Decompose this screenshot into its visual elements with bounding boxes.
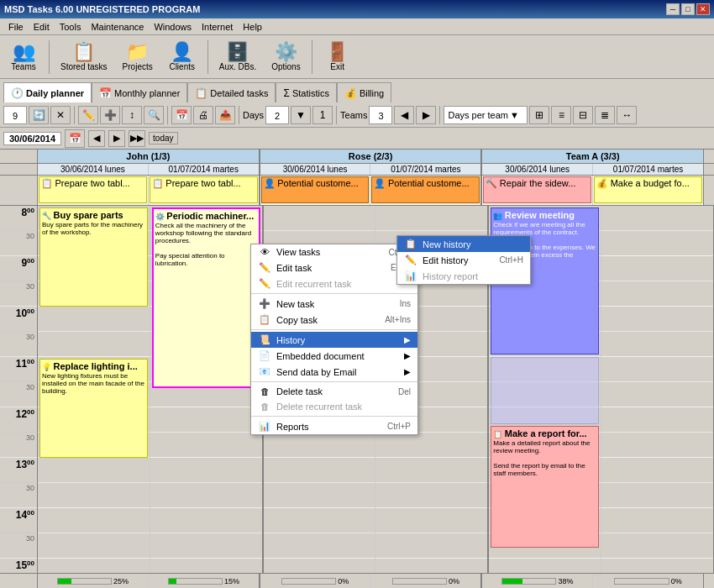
view-mode-dropdown[interactable]: Days per team ▼ xyxy=(444,106,528,124)
nav-prev[interactable]: ◀ xyxy=(88,130,105,147)
menu-help[interactable]: Help xyxy=(238,21,267,33)
close-button[interactable]: ✕ xyxy=(696,3,710,15)
tab-detailed-tasks-label: Detailed tasks xyxy=(210,88,268,98)
tab-statistics[interactable]: Σ Statistics xyxy=(276,82,336,102)
tab-monthly-planner[interactable]: 📅 Monthly planner xyxy=(92,82,187,102)
ctx-delete-task[interactable]: 🗑 Delete task Del xyxy=(251,384,417,399)
task-periodic-machinery[interactable]: ⚙️ Periodic machiner... Check all the ma… xyxy=(152,207,260,388)
toolbar-stored-tasks[interactable]: 📋 Stored tasks xyxy=(55,40,113,74)
ctx-sep-4 xyxy=(251,416,417,417)
tb2-btn-opt1[interactable]: ⊞ xyxy=(529,106,549,124)
tb2-btn-refresh[interactable]: 🔄 xyxy=(29,106,49,124)
tb2-btn-days-down[interactable]: ▼ xyxy=(291,106,311,124)
ctx-copy-task[interactable]: 📋 Copy task Alt+Ins xyxy=(251,312,417,328)
tb2-btn-opt3[interactable]: ⊟ xyxy=(573,106,593,124)
menu-tools[interactable]: Tools xyxy=(55,21,87,33)
preview-john-day1[interactable]: 📋 Prepare two tabl... xyxy=(38,176,149,205)
tab-bar: 🕐 Daily planner 📅 Monthly planner 📋 Deta… xyxy=(0,79,714,102)
ctx-view-tasks[interactable]: 👁 View tasks Ctrl+J xyxy=(251,244,417,260)
tb2-btn-nav[interactable]: ↕ xyxy=(122,106,142,124)
ctx-send-email[interactable]: 📧 Send data by Email ▶ xyxy=(251,364,417,380)
tb2-btn-opt4[interactable]: ≣ xyxy=(595,106,615,124)
tb2-btn-print[interactable]: 🖨 xyxy=(193,106,213,124)
toolbar-options[interactable]: ⚙️ Options xyxy=(265,40,306,74)
tb2-btn-delete[interactable]: ✕ xyxy=(50,106,71,124)
preview-task-john-day1[interactable]: 📋 Prepare two tabl... xyxy=(39,176,147,203)
sub-new-history[interactable]: 📋 New history xyxy=(397,236,530,252)
ctx-embedded-doc[interactable]: 📄 Embedded document ▶ xyxy=(251,348,417,364)
sub-new-history-label: New history xyxy=(423,239,523,249)
preview-task-john-day2[interactable]: 📋 Prepare two tabl... xyxy=(150,176,258,203)
options-icon: ⚙️ xyxy=(275,43,297,61)
menu-maintenance[interactable]: Maintenance xyxy=(86,21,149,33)
time-header-spacer xyxy=(0,150,38,163)
slot xyxy=(601,483,713,508)
slot xyxy=(264,483,375,508)
preview-john-day2[interactable]: 📋 Prepare two tabl... xyxy=(149,176,260,205)
nav-next[interactable]: ▶ xyxy=(108,130,125,147)
teams-count[interactable]: 3 xyxy=(369,106,392,124)
tab-billing[interactable]: 💰 Billing xyxy=(337,82,391,102)
menu-windows[interactable]: Windows xyxy=(149,21,197,33)
tb2-btn-opt2[interactable]: ≡ xyxy=(551,106,571,124)
tab-daily-planner[interactable]: 🕐 Daily planner xyxy=(3,82,92,102)
sub-edit-history[interactable]: ✏️ Edit history Ctrl+H xyxy=(397,252,530,268)
time-11: 1100 xyxy=(0,357,37,382)
preview-teama-day2[interactable]: 💰 Make a budget fo... xyxy=(593,176,704,205)
teama-day2-grid[interactable] xyxy=(601,206,714,573)
today-button[interactable]: today xyxy=(149,132,177,144)
toolbar-exit[interactable]: 🚪 Exit xyxy=(318,40,358,74)
john-day1-grid[interactable]: 🔧 Buy spare parts Buy spare parts for th… xyxy=(38,206,150,573)
john-day1-header: 30/06/2014 lunes xyxy=(38,164,149,175)
time-12-30: 30 xyxy=(0,433,37,458)
tb2-btn-single-day[interactable]: 1 xyxy=(312,106,333,124)
menu-file[interactable]: File xyxy=(3,21,29,33)
time-9: 900 xyxy=(0,256,37,281)
maximize-button[interactable]: □ xyxy=(681,3,695,15)
preview-rose-day2[interactable]: 👤 Potential custome... xyxy=(370,176,482,205)
tb2-btn-filter[interactable]: 🔍 xyxy=(144,106,164,124)
task-replace-lighting[interactable]: 💡 Replace lighting i... New lighting fix… xyxy=(39,359,148,458)
tb2-btn-add[interactable]: ➕ xyxy=(100,106,120,124)
ctx-reports[interactable]: 📊 Reports Ctrl+P xyxy=(251,418,417,434)
toolbar-projects[interactable]: 📁 Projects xyxy=(117,40,159,74)
tb2-btn-calendar[interactable]: 📅 xyxy=(171,106,192,124)
preview-teama-day1[interactable]: 🔨 Repair the sidew... xyxy=(482,176,593,205)
toolbar-teams[interactable]: 👥 Teams xyxy=(3,40,44,74)
days-count[interactable]: 2 xyxy=(265,106,289,124)
tb2-sep-2 xyxy=(167,106,168,124)
navigation-bar: 30/06/2014 📅 ◀ ▶ ▶▶ today xyxy=(0,128,714,150)
menu-internet[interactable]: Internet xyxy=(197,21,238,33)
tb2-btn-teams-fwd[interactable]: ▶ xyxy=(416,106,436,124)
preview-task-rose-day1[interactable]: 👤 Potential custome... xyxy=(261,176,370,203)
preview-task-teama-day2[interactable]: 💰 Make a budget fo... xyxy=(594,176,702,203)
ctx-history[interactable]: 📜 History ▶ xyxy=(251,332,417,348)
history-submenu: 📋 New history ✏️ Edit history Ctrl+H 📊 H… xyxy=(396,235,531,285)
toolbar-clients[interactable]: 👤 Clients xyxy=(162,40,202,74)
view-mode-label: Days per team xyxy=(448,110,508,120)
preview-rose-day1[interactable]: 👤 Potential custome... xyxy=(260,176,371,205)
ctx-new-task[interactable]: ➕ New task Ins xyxy=(251,296,417,312)
tb2-btn-opt5[interactable]: ↔ xyxy=(617,106,637,124)
date-picker-icon[interactable]: 📅 xyxy=(65,129,85,148)
menu-edit[interactable]: Edit xyxy=(29,21,55,33)
toolbar-aux-dbs[interactable]: 🗄️ Aux. DBs. xyxy=(213,40,262,74)
task-buy-spare-parts[interactable]: 🔧 Buy spare parts Buy spare parts for th… xyxy=(39,207,148,307)
john-day2-grid[interactable]: ⚙️ Periodic machiner... Check all the ma… xyxy=(150,206,264,573)
tab-detailed-tasks[interactable]: 📋 Detailed tasks xyxy=(187,82,276,102)
progress-bar-bg xyxy=(501,578,556,585)
tb2-btn-export[interactable]: 📤 xyxy=(215,106,235,124)
preview-task-teama-day1[interactable]: 🔨 Repair the sidew... xyxy=(483,176,591,203)
team-john-header: John (1/3) xyxy=(38,150,260,163)
preview-task-rose-day2[interactable]: 👤 Potential custome... xyxy=(371,176,480,203)
minimize-button[interactable]: ─ xyxy=(666,3,680,15)
nav-fwd[interactable]: ▶▶ xyxy=(129,130,145,147)
ctx-copy-task-shortcut: Alt+Ins xyxy=(385,315,411,324)
tb2-btn-edit[interactable]: ✏️ xyxy=(78,106,98,124)
task-make-report[interactable]: 📋 Make a report for... Make a detailed r… xyxy=(491,426,599,548)
toolbar-sep-1 xyxy=(49,40,50,74)
ctx-edit-task[interactable]: ✏️ Edit task Enter xyxy=(251,260,417,276)
slot xyxy=(264,559,375,573)
ctx-view-tasks-label: View tasks xyxy=(276,247,384,257)
tb2-btn-teams-nav[interactable]: ◀ xyxy=(394,106,414,124)
